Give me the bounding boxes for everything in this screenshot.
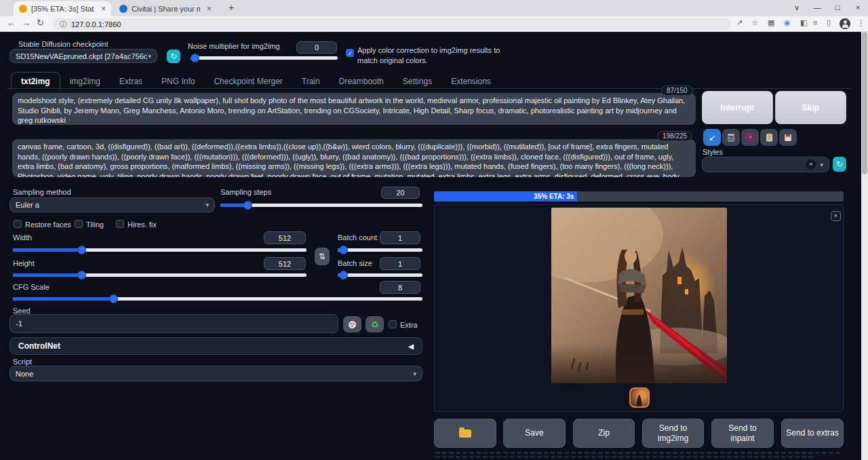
- profile-avatar[interactable]: [840, 18, 850, 29]
- prompt-textarea[interactable]: modelshoot style, (extremely detailed CG…: [12, 93, 696, 125]
- cfg-scale-slider[interactable]: [13, 294, 422, 303]
- styles-refresh-button[interactable]: ↻: [833, 157, 846, 172]
- batch-count-input[interactable]: 1: [380, 231, 420, 244]
- checkpoint-dropdown[interactable]: SD15NewVAEpruned.ckpt [27a4ac756c] ▾: [9, 49, 157, 63]
- window-menu-icon[interactable]: ∨: [787, 0, 807, 16]
- new-tab-button[interactable]: +: [225, 2, 237, 14]
- browser-tab-civitai[interactable]: Civitai | Share your models ×: [114, 1, 217, 16]
- apply-styles-button[interactable]: [760, 129, 778, 146]
- paste-arrow-icon: ↙: [709, 133, 715, 142]
- close-preview-button[interactable]: ×: [831, 211, 841, 221]
- interrupt-button[interactable]: Interrupt: [702, 91, 773, 124]
- hires-fix-checkbox[interactable]: [116, 220, 124, 228]
- forward-icon[interactable]: →: [22, 18, 31, 28]
- controlnet-accordion[interactable]: ControlNet ◀: [9, 337, 422, 355]
- accordion-collapse-icon: ◀: [408, 343, 414, 350]
- generated-image[interactable]: [551, 208, 727, 383]
- width-slider[interactable]: [13, 246, 307, 254]
- sampling-steps-label: Sampling steps: [220, 188, 271, 196]
- extensions-puzzle-icon[interactable]: ◧: [800, 18, 807, 27]
- cfg-scale-input[interactable]: 8: [380, 281, 420, 294]
- batch-size-input[interactable]: 1: [380, 257, 420, 270]
- tab-divider: [7, 88, 850, 89]
- bookmark-star-icon[interactable]: ☆: [751, 18, 758, 27]
- script-dropdown[interactable]: None ▾: [9, 366, 422, 381]
- sampling-method-dropdown[interactable]: Euler a ▾: [9, 197, 215, 212]
- send-to-inpaint-button[interactable]: Send to inpaint: [711, 419, 774, 448]
- slider-knob[interactable]: [243, 201, 252, 210]
- send-to-img2img-button[interactable]: Send to img2img: [642, 419, 704, 448]
- styles-label: Styles: [703, 148, 723, 156]
- back-icon[interactable]: ←: [7, 18, 16, 28]
- save-style-button[interactable]: [779, 129, 797, 146]
- tab-close-icon[interactable]: ×: [207, 4, 212, 14]
- negative-prompt-token-counter: 198/225: [657, 131, 692, 141]
- styles-clear-icon[interactable]: ×: [806, 159, 816, 170]
- window-minimize-button[interactable]: —: [807, 0, 827, 16]
- window-maximize-button[interactable]: □: [827, 0, 848, 16]
- seed-value: -1: [16, 320, 22, 328]
- generation-info-text: [435, 452, 842, 454]
- tab-close-icon[interactable]: ×: [101, 4, 106, 14]
- extra-networks-button[interactable]: [741, 129, 759, 146]
- image-preview-pane: ×: [434, 204, 844, 412]
- color-correction-checkbox[interactable]: ✓: [346, 49, 354, 57]
- swap-dimensions-button[interactable]: ⇅: [315, 248, 330, 265]
- chevron-down-icon: ▾: [205, 202, 209, 208]
- negative-prompt-textarea[interactable]: canvas frame, cartoon, 3d, ((disfigured)…: [12, 139, 696, 177]
- height-slider[interactable]: [13, 271, 307, 280]
- window-close-button[interactable]: ×: [848, 0, 868, 16]
- sampling-steps-input[interactable]: 20: [381, 187, 420, 199]
- slider-knob[interactable]: [77, 271, 86, 280]
- avatar-body: [842, 24, 848, 28]
- gallery-thumbnail[interactable]: [629, 387, 650, 408]
- extra-seed-label: Extra: [400, 321, 418, 329]
- save-button[interactable]: Save: [503, 419, 566, 448]
- site-info-icon[interactable]: ⓘ: [60, 20, 66, 29]
- sampling-method-value: Euler a: [16, 201, 39, 209]
- extension-blue-icon[interactable]: ◉: [784, 18, 791, 27]
- noise-multiplier-input[interactable]: 0: [296, 41, 337, 54]
- avatar-head: [844, 20, 847, 24]
- slider-knob[interactable]: [109, 294, 118, 303]
- batch-size-slider[interactable]: [338, 271, 422, 280]
- side-panel-icon[interactable]: ▯: [827, 18, 831, 27]
- styles-dropdown[interactable]: × ▾: [702, 157, 829, 172]
- noise-multiplier-slider[interactable]: [191, 54, 338, 62]
- sampling-steps-slider[interactable]: [220, 201, 422, 210]
- reload-icon[interactable]: ↻: [37, 18, 44, 28]
- share-icon[interactable]: ↗: [736, 18, 743, 27]
- extension-grid-icon[interactable]: ▦: [768, 18, 774, 27]
- width-input[interactable]: 512: [264, 231, 306, 244]
- browser-tab-stable-diffusion[interactable]: [35% ETA: 3s] Stable Diffusion ×: [14, 1, 111, 16]
- slider-knob[interactable]: [191, 54, 199, 62]
- extra-seed-checkbox[interactable]: [389, 320, 397, 328]
- chevron-down-icon: ▾: [148, 53, 151, 60]
- slider-knob[interactable]: [339, 271, 348, 280]
- slider-track: [338, 248, 422, 252]
- reuse-seed-button[interactable]: ♻: [366, 316, 384, 332]
- reading-list-icon[interactable]: ≡: [813, 18, 817, 26]
- clear-prompt-button[interactable]: [722, 129, 740, 146]
- browser-tabstrip: [35% ETA: 3s] Stable Diffusion × Civitai…: [0, 0, 868, 16]
- send-to-extras-button[interactable]: Send to extras: [781, 419, 844, 448]
- skip-button[interactable]: Skip: [775, 91, 846, 124]
- seed-input[interactable]: -1: [9, 314, 338, 333]
- batch-count-slider[interactable]: [338, 246, 422, 254]
- open-folder-button[interactable]: [434, 419, 496, 448]
- kebab-menu-icon[interactable]: ⋮: [857, 18, 865, 28]
- page-scrollbar[interactable]: [861, 32, 868, 460]
- height-input[interactable]: 512: [264, 257, 306, 270]
- recycle-icon: ♻: [371, 320, 379, 330]
- random-seed-button[interactable]: [343, 316, 361, 332]
- scrollbar-thumb[interactable]: [862, 32, 867, 174]
- address-bar[interactable]: ⓘ 127.0.0.1:7860: [53, 18, 731, 30]
- restore-faces-checkbox[interactable]: [14, 220, 22, 228]
- slider-knob[interactable]: [77, 246, 86, 254]
- checkpoint-refresh-button[interactable]: ↻: [167, 50, 180, 63]
- slider-track: [338, 273, 422, 277]
- tiling-checkbox[interactable]: [75, 220, 83, 228]
- slider-knob[interactable]: [339, 246, 348, 254]
- paste-params-button[interactable]: ↙: [703, 129, 721, 146]
- zip-button[interactable]: Zip: [573, 419, 635, 448]
